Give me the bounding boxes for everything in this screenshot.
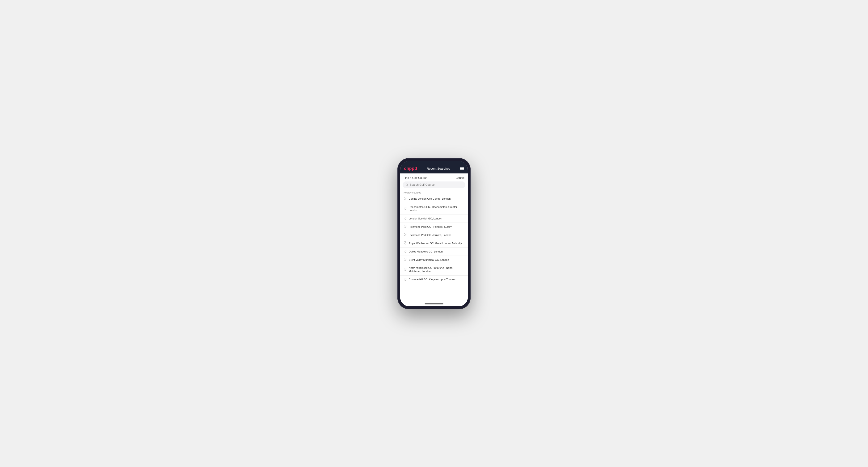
location-pin-icon bbox=[404, 207, 407, 211]
svg-point-10 bbox=[405, 269, 406, 270]
course-name: Brent Valley Municipal GC, London bbox=[409, 258, 449, 262]
course-name: Richmond Park GC - Duke's, London bbox=[409, 234, 452, 237]
menu-bar-3 bbox=[460, 169, 464, 170]
course-name: Richmond Park GC - Prince's, Surrey bbox=[409, 225, 452, 229]
phone-device: clippd Recent Searches Find a Golf Cours… bbox=[397, 158, 471, 309]
course-name: Royal Wimbledon GC, Great London Authori… bbox=[409, 242, 462, 245]
svg-point-5 bbox=[405, 226, 406, 226]
app-logo: clippd bbox=[404, 166, 417, 171]
nearby-label: Nearby courses bbox=[400, 190, 468, 195]
svg-point-2 bbox=[405, 198, 406, 198]
nav-bar: clippd Recent Searches bbox=[400, 164, 468, 174]
course-name: Dukes Meadows GC, London bbox=[409, 250, 443, 253]
course-list-item[interactable]: Richmond Park GC - Duke's, London bbox=[400, 231, 468, 239]
location-pin-icon bbox=[404, 241, 407, 245]
course-list-item[interactable]: North Middlesex GC (1011942 - North Midd… bbox=[400, 264, 468, 276]
menu-bar-1 bbox=[460, 167, 464, 167]
location-pin-icon bbox=[404, 225, 407, 229]
home-bar bbox=[425, 304, 443, 304]
location-pin-icon bbox=[404, 217, 407, 220]
course-list: Central London Golf Centre, London Roeha… bbox=[400, 195, 468, 284]
svg-point-11 bbox=[405, 278, 406, 279]
nearby-section: Nearby courses Central London Golf Centr… bbox=[400, 190, 468, 302]
location-pin-icon bbox=[404, 233, 407, 237]
location-pin-icon bbox=[404, 197, 407, 201]
course-name: Coombe Hill GC, Kingston upon Thames bbox=[409, 278, 456, 281]
course-list-item[interactable]: London Scottish GC, London bbox=[400, 215, 468, 223]
course-name: Central London Golf Centre, London bbox=[409, 197, 451, 200]
course-list-item[interactable]: Central London Golf Centre, London bbox=[400, 195, 468, 203]
course-list-item[interactable]: Royal Wimbledon GC, Great London Authori… bbox=[400, 239, 468, 248]
menu-icon[interactable] bbox=[460, 167, 464, 170]
status-bar bbox=[400, 161, 468, 164]
course-name: North Middlesex GC (1011942 - North Midd… bbox=[409, 266, 464, 273]
search-container bbox=[400, 182, 468, 190]
nav-title: Recent Searches bbox=[427, 167, 450, 170]
course-name: London Scottish GC, London bbox=[409, 217, 442, 220]
course-list-item[interactable]: Richmond Park GC - Prince's, Surrey bbox=[400, 223, 468, 231]
course-name: Roehampton Club - Roehampton, Greater Lo… bbox=[409, 205, 464, 212]
location-pin-icon bbox=[404, 268, 407, 272]
svg-point-7 bbox=[405, 242, 406, 243]
phone-screen: clippd Recent Searches Find a Golf Cours… bbox=[400, 161, 468, 306]
cancel-button[interactable]: Cancel bbox=[456, 176, 464, 180]
find-header: Find a Golf Course Cancel bbox=[400, 174, 468, 182]
search-icon bbox=[405, 183, 408, 186]
svg-point-4 bbox=[405, 218, 406, 218]
course-list-item[interactable]: Roehampton Club - Roehampton, Greater Lo… bbox=[400, 203, 468, 215]
svg-line-1 bbox=[407, 185, 408, 186]
search-input[interactable] bbox=[410, 183, 463, 186]
home-indicator bbox=[400, 302, 468, 306]
svg-point-3 bbox=[405, 208, 406, 208]
course-list-item[interactable]: Coombe Hill GC, Kingston upon Thames bbox=[400, 276, 468, 284]
location-pin-icon bbox=[404, 250, 407, 253]
search-box bbox=[403, 182, 465, 188]
course-list-item[interactable]: Dukes Meadows GC, London bbox=[400, 248, 468, 256]
course-list-item[interactable]: Brent Valley Municipal GC, London bbox=[400, 256, 468, 264]
find-title: Find a Golf Course bbox=[404, 176, 427, 180]
location-pin-icon bbox=[404, 258, 407, 262]
location-pin-icon bbox=[404, 278, 407, 282]
menu-bar-2 bbox=[460, 168, 464, 169]
svg-point-9 bbox=[405, 259, 406, 259]
svg-point-8 bbox=[405, 251, 406, 251]
svg-point-6 bbox=[405, 234, 406, 235]
main-content: Find a Golf Course Cancel Nearby courses bbox=[400, 174, 468, 302]
